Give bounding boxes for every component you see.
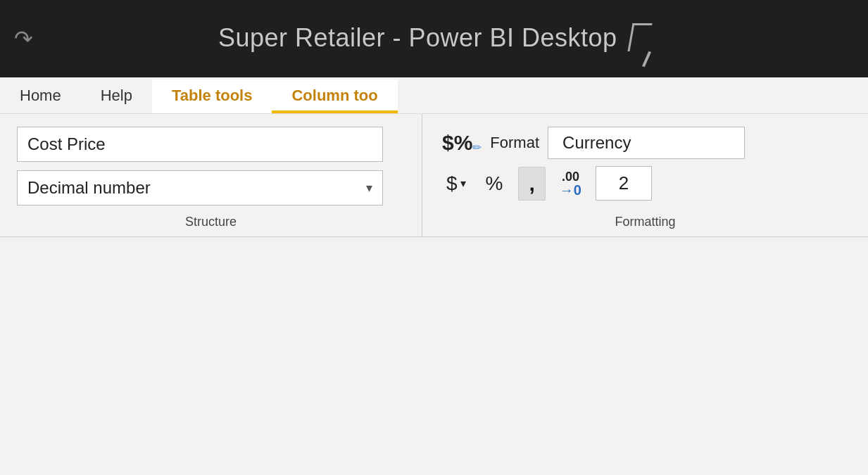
- data-type-dropdown[interactable]: Decimal number ▾: [17, 170, 383, 205]
- currency-symbol: $: [446, 172, 458, 195]
- percent-button[interactable]: %: [480, 170, 509, 198]
- formatting-section: $% ✏ Format Currency $ ▾ % , .00 →0 2 Fo…: [422, 114, 868, 236]
- decimal-top-label: .00: [562, 170, 579, 183]
- app-title: Super Retailer - Power BI Desktop: [218, 23, 650, 53]
- formatting-label: Formatting: [442, 215, 848, 229]
- redo-icon[interactable]: ↷: [14, 25, 33, 52]
- column-name-input[interactable]: Cost Price: [17, 127, 383, 162]
- ribbon-tabs: Home Help Table tools Column too: [0, 77, 868, 114]
- tab-home[interactable]: Home: [0, 80, 81, 113]
- tab-table-tools[interactable]: Table tools: [152, 80, 272, 113]
- format-row-bottom: $ ▾ % , .00 →0 2: [442, 166, 848, 201]
- dropdown-value: Decimal number: [27, 178, 151, 198]
- cursor-icon: [628, 23, 653, 51]
- tab-help[interactable]: Help: [81, 80, 152, 113]
- structure-label: Structure: [17, 215, 405, 229]
- decimal-places-value[interactable]: 2: [596, 166, 652, 201]
- currency-caret-icon: ▾: [460, 177, 466, 190]
- currency-symbol-button[interactable]: $ ▾: [442, 170, 470, 198]
- format-row-top: $% ✏ Format Currency: [442, 127, 848, 159]
- dropdown-arrow-icon: ▾: [366, 180, 372, 196]
- format-icon-group: $% ✏: [442, 131, 482, 155]
- tab-column-tools[interactable]: Column too: [272, 80, 397, 113]
- format-value-dropdown[interactable]: Currency: [548, 127, 745, 159]
- decimal-arrow-icon: →0: [560, 183, 581, 197]
- pencil-icon: ✏: [472, 141, 482, 154]
- structure-section: Cost Price Decimal number ▾ Structure: [0, 114, 422, 236]
- dollar-percent-icon: $%: [442, 131, 472, 155]
- ribbon-content: Cost Price Decimal number ▾ Structure $%…: [0, 114, 868, 237]
- comma-button[interactable]: ,: [518, 167, 545, 201]
- title-text: Super Retailer - Power BI Desktop: [218, 23, 617, 52]
- title-bar: ↷ Super Retailer - Power BI Desktop: [0, 0, 868, 77]
- format-label: Format: [490, 134, 539, 152]
- decrease-decimal-button[interactable]: .00 →0: [555, 167, 586, 200]
